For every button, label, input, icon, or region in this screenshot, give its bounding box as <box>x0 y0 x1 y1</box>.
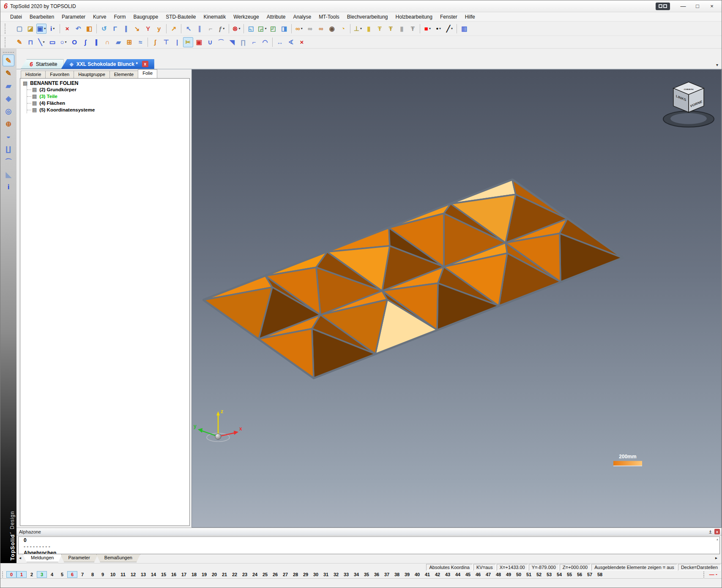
sketch-3d-button[interactable]: ✎ <box>3 67 14 79</box>
circle-tool-dropdown-caret[interactable]: ▾ <box>65 40 67 44</box>
menu-item-werkzeuge[interactable]: Werkzeuge <box>230 13 263 21</box>
parallel-tool-button[interactable]: ∥ <box>91 37 101 47</box>
panel-tab-hauptgruppe[interactable]: Hauptgruppe <box>74 71 110 78</box>
segment-tool-button[interactable]: | <box>172 37 182 47</box>
tree-root-row[interactable]: ▤ BENANNTE FOLIEN <box>23 80 189 86</box>
tree-item-3-teile[interactable]: ▤(3) Teile <box>27 93 189 100</box>
bolt-yellow-1-button[interactable]: Ŧ <box>375 24 385 34</box>
tree-item-4-fl-chen[interactable]: ▤(4) Flächen <box>27 100 189 106</box>
image-export-button[interactable]: ◲▾ <box>257 24 267 34</box>
point-style-button[interactable]: •▾ <box>433 24 443 34</box>
layer-cell-8[interactable]: 8 <box>88 571 98 578</box>
menu-item-blechverarbeitung[interactable]: Blechverarbeitung <box>343 13 392 21</box>
layer-cell-42[interactable]: 42 <box>432 571 443 578</box>
parts-info-button[interactable]: i <box>3 181 14 193</box>
menu-item-kurve[interactable]: Kurve <box>89 13 110 21</box>
layer-cell-47[interactable]: 47 <box>483 571 493 578</box>
visibility-eye-button[interactable]: ◉ <box>327 24 337 34</box>
layer-cell-46[interactable]: 46 <box>473 571 483 578</box>
layer-cell-33[interactable]: 33 <box>341 571 351 578</box>
zoom-cancel-button[interactable]: ⊗▾ <box>231 24 241 34</box>
rectangle-tool-button[interactable]: ▭ <box>47 37 57 47</box>
chamfer-tool-button[interactable]: ◥ <box>227 37 237 47</box>
layer-cell-29[interactable]: 29 <box>301 571 311 578</box>
sketch-2d-button[interactable]: ✎ <box>3 54 14 66</box>
strip-grip[interactable] <box>2 572 5 577</box>
modify-wrench-button[interactable]: Γ <box>110 24 120 34</box>
layer-cell-19[interactable]: 19 <box>199 571 209 578</box>
corner-select-tool-button[interactable]: ⌐ <box>249 37 259 47</box>
layer-cell-9[interactable]: 9 <box>98 571 108 578</box>
fit-view-button[interactable]: ◱ <box>246 24 256 34</box>
layer-cell-28[interactable]: 28 <box>290 571 301 578</box>
layer-cell-36[interactable]: 36 <box>372 571 382 578</box>
panel-tab-elemente[interactable]: Elemente <box>109 71 138 78</box>
scroll-up-icon[interactable]: ▴ <box>717 537 718 541</box>
layer-cell-50[interactable]: 50 <box>514 571 524 578</box>
image-edit-button[interactable]: ◰ <box>268 24 278 34</box>
surface-edit-button[interactable]: ◈ <box>3 93 14 104</box>
layer-cell-18[interactable]: 18 <box>189 571 199 578</box>
solid-box-tool-button[interactable]: ▰ <box>113 37 123 47</box>
layer-cell-31[interactable]: 31 <box>321 571 331 578</box>
save-button[interactable]: ▣▾ <box>36 24 46 34</box>
bolt-gray-button[interactable]: Ŧ <box>407 24 418 34</box>
caliper-measure-button[interactable]: ∐ <box>3 143 14 155</box>
layer-cell-32[interactable]: 32 <box>331 571 341 578</box>
open-document-button[interactable]: ◪ <box>25 24 36 34</box>
split-arrows-button[interactable]: ↗ <box>169 24 179 34</box>
color-swatch-button[interactable]: ■▾ <box>422 24 432 34</box>
toolbar-grip[interactable] <box>5 24 12 34</box>
chocolate-model[interactable] <box>204 180 622 378</box>
layer-cell-6[interactable]: 6 <box>67 571 77 578</box>
panel-tab-historie[interactable]: Historie <box>21 71 46 78</box>
layer-cell-0[interactable]: 0 <box>6 571 16 578</box>
document-info-button[interactable]: i▾ <box>47 24 57 34</box>
layer-cell-24[interactable]: 24 <box>250 571 260 578</box>
layer-cell-41[interactable]: 41 <box>422 571 432 578</box>
new-document-button[interactable]: ▢ <box>14 24 25 34</box>
menu-item-holzbearbeitung[interactable]: Holzbearbeitung <box>392 13 436 21</box>
layer-cell-2[interactable]: 2 <box>27 571 37 578</box>
solid-primitive-button[interactable]: ▰ <box>3 80 14 92</box>
point-style-dropdown-caret[interactable]: ▾ <box>439 27 441 30</box>
element-sliders-button[interactable]: ∥ <box>121 24 131 34</box>
curve-cut-tool-button[interactable]: ✂ <box>183 37 193 47</box>
layer-cell-12[interactable]: 12 <box>128 571 138 578</box>
image-export-dropdown-caret[interactable]: ▾ <box>265 27 266 30</box>
view-rotate-button[interactable]: ◔ <box>338 24 348 34</box>
layer-cell-35[interactable]: 35 <box>361 571 372 578</box>
toolbar-grip[interactable] <box>5 37 12 47</box>
message-tab-bema-ungen[interactable]: Bemaßungen <box>96 554 140 562</box>
close-button[interactable]: × <box>705 2 719 11</box>
layer-cell-54[interactable]: 54 <box>554 571 564 578</box>
layer-cell-16[interactable]: 16 <box>169 571 179 578</box>
annotation-pen-button[interactable]: ƒ▾ <box>216 24 227 34</box>
view-cube[interactable]: OBEN LINKS VORNE <box>663 82 714 127</box>
layer-cell-17[interactable]: 17 <box>179 571 189 578</box>
layer-cell-22[interactable]: 22 <box>230 571 240 578</box>
color-swatch-dropdown-caret[interactable]: ▾ <box>429 27 431 30</box>
tree-item-2-grundk-rper[interactable]: ▤(2) Grundkörper <box>27 86 189 93</box>
layer-cell-15[interactable]: 15 <box>159 571 169 578</box>
layer-cell-4[interactable]: 4 <box>47 571 57 578</box>
slot-arc-tool-button[interactable]: ∩ <box>102 37 112 47</box>
annotation-pen-dropdown-caret[interactable]: ▾ <box>223 27 224 30</box>
layer-cell-5[interactable]: 5 <box>57 571 67 578</box>
u-curve-tool-button[interactable]: ∪ <box>205 37 215 47</box>
layer-cell-30[interactable]: 30 <box>311 571 321 578</box>
cylinder-yellow-button[interactable]: ▮ <box>364 24 374 34</box>
menu-item-form[interactable]: Form <box>110 13 129 21</box>
line-style-dropdown-caret[interactable]: ▾ <box>451 27 453 30</box>
menu-item-kinematik[interactable]: Kinematik <box>200 13 230 21</box>
bolt-yellow-2-button[interactable]: Ŧ <box>386 24 396 34</box>
message-tab-meldungen[interactable]: Meldungen <box>23 554 62 562</box>
layer-cell-56[interactable]: 56 <box>574 571 585 578</box>
shade-glasses-half-button[interactable]: ∞ <box>316 24 326 34</box>
save-zone-button[interactable]: ◒ <box>3 131 14 142</box>
delete-element-button[interactable]: × <box>62 24 72 34</box>
layer-cell-7[interactable]: 7 <box>77 571 88 578</box>
layer-cell-25[interactable]: 25 <box>260 571 270 578</box>
layer-cell-53[interactable]: 53 <box>544 571 554 578</box>
layer-cell-34[interactable]: 34 <box>351 571 361 578</box>
